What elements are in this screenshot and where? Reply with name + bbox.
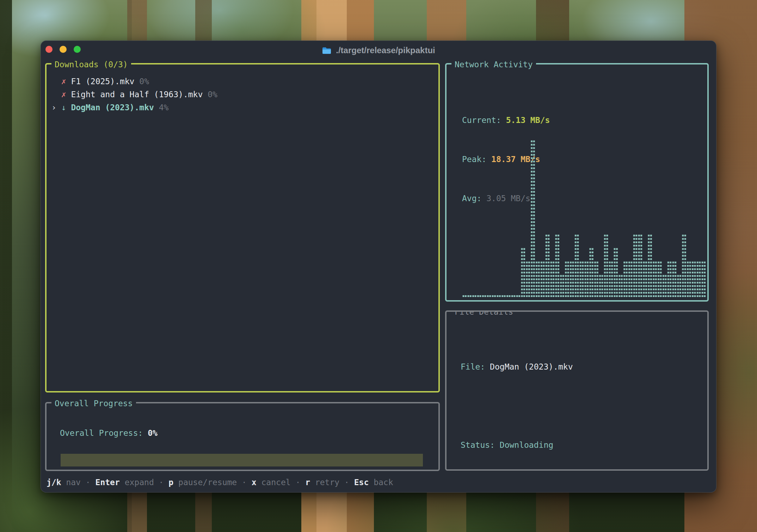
key-hint-x: x xyxy=(252,478,257,487)
download-filename: DogMan (2023).mkv xyxy=(71,103,154,112)
status-value: Downloading xyxy=(500,440,553,450)
file-details-panel-title: File Details xyxy=(451,310,516,317)
status-row: Status: Downloading xyxy=(461,439,707,452)
folder-icon xyxy=(322,47,332,55)
key-hint-jk: j/k xyxy=(47,478,61,487)
overall-progress-panel-title: Overall Progress xyxy=(51,398,136,409)
file-details-panel: File Details File: DogMan (2023).mkv Sta… xyxy=(445,310,709,471)
downloads-panel-title: Downloads (0/3) xyxy=(51,59,131,70)
desktop-background: { "window": { "title": "./target/release… xyxy=(0,0,757,532)
current-speed-value: 5.13 MB/s xyxy=(506,116,550,125)
failed-x-icon: ✗ xyxy=(61,77,66,86)
key-hint-esc: Esc xyxy=(354,478,369,487)
window-title-wrap: ./target/release/pikpaktui xyxy=(41,45,716,55)
window-title: ./target/release/pikpaktui xyxy=(336,45,435,55)
downloading-arrow-icon: ↓ xyxy=(61,103,66,112)
key-hint-enter: Enter xyxy=(96,478,120,487)
overall-progress-value: 0% xyxy=(148,428,158,438)
download-filename: F1 (2025).mkv xyxy=(71,77,134,86)
downloads-list: ✗ F1 (2025).mkv 0% ✗ Eight and a Half (1… xyxy=(47,64,438,114)
network-current-row: Current: 5.13 MB/s xyxy=(462,114,707,127)
network-activity-panel: Network Activity Current: 5.13 MB/s Peak… xyxy=(445,63,709,302)
overall-progress-panel: Overall Progress Overall Progress: 0% xyxy=(45,402,440,471)
file-row: File: DogMan (2023).mkv xyxy=(461,360,707,373)
network-speed-chart xyxy=(462,140,706,297)
selection-caret-icon: › xyxy=(51,103,61,112)
download-row-f1[interactable]: ✗ F1 (2025).mkv 0% xyxy=(51,75,438,88)
download-filename: Eight and a Half (1963).mkv xyxy=(71,90,203,99)
download-percent: 4% xyxy=(159,103,169,112)
downloads-panel: Downloads (0/3) ✗ F1 (2025).mkv 0% ✗ Eig… xyxy=(45,63,440,392)
file-name-value: DogMan (2023).mkv xyxy=(490,362,573,371)
file-details-body: File: DogMan (2023).mkv Status: Download… xyxy=(447,312,707,471)
key-hint-p: p xyxy=(168,478,173,487)
download-row-eight-and-a-half[interactable]: ✗ Eight and a Half (1963).mkv 0% xyxy=(51,88,438,101)
download-row-dogman-selected[interactable]: › ↓ DogMan (2023).mkv 4% xyxy=(51,101,438,114)
download-percent: 0% xyxy=(208,90,217,99)
network-panel-title: Network Activity xyxy=(451,59,536,70)
titlebar[interactable]: ./target/release/pikpaktui xyxy=(41,41,716,59)
key-hint-r: r xyxy=(305,478,310,487)
failed-x-icon: ✗ xyxy=(61,90,66,99)
download-percent: 0% xyxy=(139,77,149,86)
terminal-window: ./target/release/pikpaktui Downloads (0/… xyxy=(41,41,716,493)
keybinding-statusbar: j/k nav · Enter expand · p pause/resume … xyxy=(47,476,393,489)
overall-progress-bar xyxy=(61,454,423,466)
